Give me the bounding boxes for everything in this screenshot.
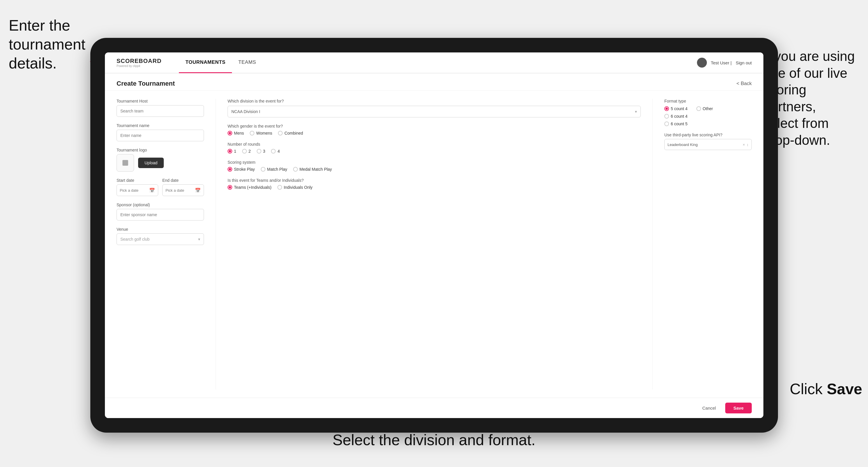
form-body: Tournament Host Tournament name Tourname… (105, 91, 764, 398)
sponsor-field: Sponsor (optional) (117, 203, 204, 221)
brand-subtitle: Powered by clippit (117, 64, 161, 68)
format-other-radio (696, 106, 701, 111)
navbar-right: Test User | Sign out (697, 58, 752, 68)
tournament-name-input[interactable] (117, 130, 204, 141)
format-other[interactable]: Other (696, 106, 713, 111)
scoring-stroke-play[interactable]: Stroke Play (227, 167, 255, 172)
annotation-click-prefix: Click (789, 380, 827, 397)
round-3[interactable]: 3 (257, 149, 266, 154)
round-1[interactable]: 1 (227, 149, 236, 154)
scoring-field: Scoring system Stroke Play Match Play (227, 160, 641, 172)
rounds-label: Number of rounds (227, 142, 641, 147)
upload-button[interactable]: Upload (138, 158, 164, 168)
live-scoring-clear-icon[interactable]: × (743, 143, 745, 147)
gender-womens[interactable]: Womens (250, 131, 272, 135)
page-title: Create Tournament (117, 80, 175, 87)
venue-select[interactable]: Search golf club ▾ (117, 234, 204, 245)
end-date-field: End date 📅 (162, 178, 204, 196)
scoring-match-play[interactable]: Match Play (261, 167, 287, 172)
live-scoring-expand-icon[interactable]: ↕ (747, 143, 749, 147)
format-6count5[interactable]: 6 count 5 (664, 122, 752, 126)
sponsor-input[interactable] (117, 209, 204, 221)
image-icon (122, 159, 129, 167)
left-column: Tournament Host Tournament name Tourname… (117, 99, 216, 390)
gender-label: Which gender is the event for? (227, 124, 641, 128)
round-4-radio (271, 149, 276, 154)
form-footer: Cancel Save (105, 398, 764, 418)
back-button[interactable]: < Back (737, 81, 752, 87)
tablet-device: SCOREBOARD Powered by clippit TOURNAMENT… (90, 38, 778, 433)
division-select[interactable]: NCAA Division I ▾ (227, 106, 641, 117)
format-5count4[interactable]: 5 count 4 (664, 106, 688, 111)
sponsor-label: Sponsor (optional) (117, 203, 204, 207)
sign-out-link[interactable]: Sign out (736, 60, 752, 65)
gender-womens-radio (250, 131, 254, 135)
format-6count5-radio (664, 122, 669, 126)
scoring-stroke-radio (227, 167, 232, 172)
user-avatar (697, 58, 707, 68)
venue-placeholder-text: Search golf club (120, 237, 150, 242)
venue-label: Venue (117, 227, 204, 231)
tablet-screen: SCOREBOARD Powered by clippit TOURNAMENT… (105, 53, 764, 418)
start-date-input[interactable] (120, 188, 149, 193)
event-type-teams[interactable]: Teams (+Individuals) (227, 185, 272, 190)
end-date-input[interactable] (165, 188, 195, 193)
nav-tournaments[interactable]: TOURNAMENTS (179, 53, 231, 73)
rounds-field: Number of rounds 1 2 3 (227, 142, 641, 154)
annotation-top-left: Enter the tournament details. (9, 16, 90, 73)
round-1-radio (227, 149, 232, 154)
event-type-label: Is this event for Teams and/or Individua… (227, 178, 641, 183)
round-4-label: 4 (277, 149, 280, 154)
host-label: Tournament Host (117, 99, 204, 103)
end-date-input-wrap[interactable]: 📅 (162, 184, 204, 196)
user-name: Test User | (711, 60, 732, 65)
format-6count5-label: 6 count 5 (671, 122, 688, 126)
event-type-teams-radio (227, 185, 232, 190)
format-6count4-radio (664, 114, 669, 119)
tournament-name-field: Tournament name (117, 123, 204, 141)
name-label: Tournament name (117, 123, 204, 128)
gender-mens[interactable]: Mens (227, 131, 244, 135)
start-date-input-wrap[interactable]: 📅 (117, 184, 158, 196)
live-scoring-label: Use third-party live scoring API? (664, 132, 752, 137)
end-calendar-icon: 📅 (195, 188, 201, 193)
brand-title: SCOREBOARD (117, 58, 161, 64)
round-3-radio (257, 149, 261, 154)
format-row-1: 5 count 4 Other (664, 106, 752, 111)
rounds-radio-group: 1 2 3 4 (227, 149, 641, 154)
gender-combined[interactable]: Combined (278, 131, 303, 135)
cancel-button[interactable]: Cancel (697, 403, 721, 413)
venue-field: Venue Search golf club ▾ (117, 227, 204, 245)
annotation-top-right: If you are using one of our live scoring… (763, 48, 862, 149)
event-type-teams-label: Teams (+Individuals) (234, 185, 272, 190)
format-type-field: Format type 5 count 4 Other (664, 99, 752, 126)
live-scoring-select[interactable]: Leaderboard King × ↕ (664, 139, 752, 150)
format-6count4-label: 6 count 4 (671, 114, 688, 119)
search-team-input[interactable] (117, 105, 204, 117)
event-type-individuals[interactable]: Individuals Only (277, 185, 313, 190)
gender-mens-label: Mens (234, 131, 244, 135)
format-5count4-radio (664, 106, 669, 111)
start-calendar-icon: 📅 (149, 188, 155, 193)
navbar-links: TOURNAMENTS TEAMS (179, 53, 262, 73)
annotation-save-bold: Save (827, 380, 862, 397)
nav-teams[interactable]: TEAMS (232, 53, 262, 73)
format-6count4[interactable]: 6 count 4 (664, 114, 752, 119)
round-3-label: 3 (263, 149, 266, 154)
gender-radio-group: Mens Womens Combined (227, 131, 641, 135)
logo-placeholder (117, 154, 134, 172)
scoring-stroke-label: Stroke Play (234, 167, 255, 172)
round-2[interactable]: 2 (242, 149, 251, 154)
date-fields: Start date 📅 End date 📅 (117, 178, 204, 196)
division-chevron-icon: ▾ (635, 109, 637, 114)
format-other-label: Other (703, 106, 713, 111)
logo-label: Tournament logo (117, 148, 204, 152)
live-scoring-value: Leaderboard King (668, 143, 741, 147)
round-4[interactable]: 4 (271, 149, 280, 154)
scoring-medal-match-play[interactable]: Medal Match Play (293, 167, 332, 172)
tournament-host-field: Tournament Host (117, 99, 204, 117)
page-header: Create Tournament < Back (105, 73, 764, 91)
save-button[interactable]: Save (725, 403, 752, 413)
end-date-label: End date (162, 178, 204, 183)
navbar: SCOREBOARD Powered by clippit TOURNAMENT… (105, 53, 764, 73)
